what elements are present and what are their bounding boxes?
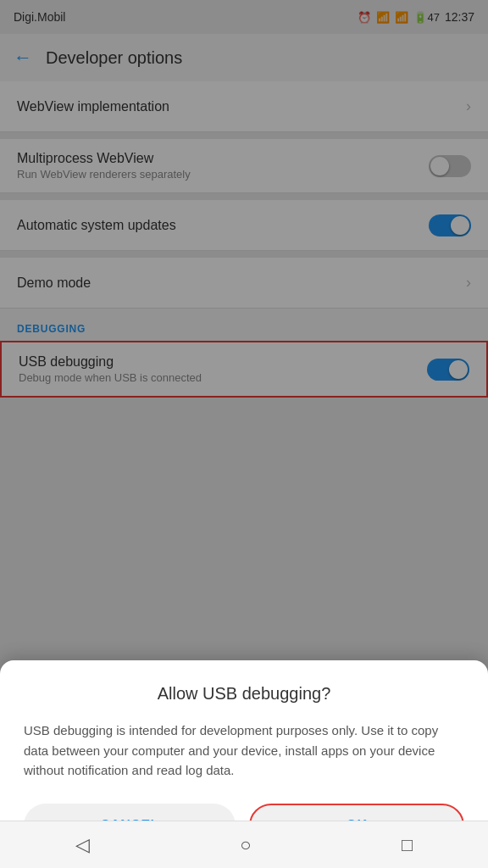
recent-nav-icon[interactable]: □ [402, 834, 413, 856]
dialog-overlay: Allow USB debugging? USB debugging is in… [0, 0, 488, 868]
dialog-body: USB debugging is intended for developmen… [24, 721, 464, 780]
dialog-title: Allow USB debugging? [24, 684, 464, 704]
back-nav-icon[interactable]: ◁ [75, 834, 90, 856]
home-nav-icon[interactable]: ○ [240, 834, 251, 856]
bottom-nav: ◁ ○ □ [0, 821, 488, 868]
